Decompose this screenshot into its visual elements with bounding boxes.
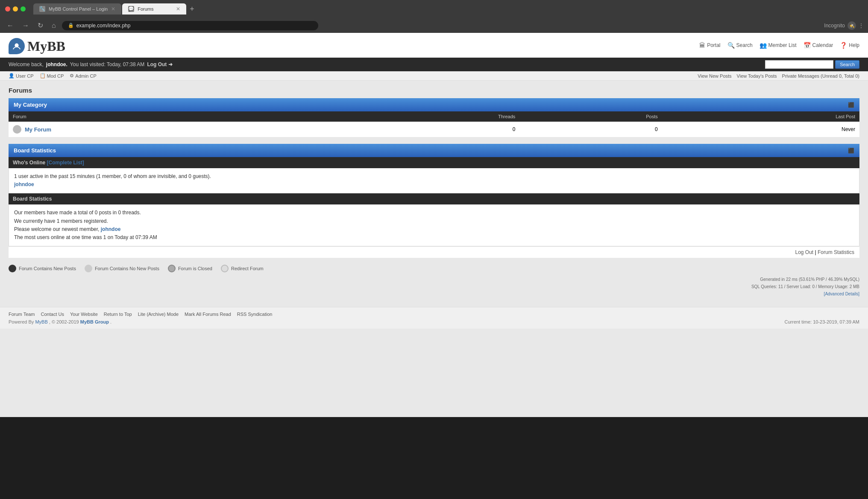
tab-label: MyBB Control Panel – Login — [49, 6, 108, 12]
current-time-label: Current time: — [785, 319, 812, 324]
gen-info-line1: Generated in 22 ms (53.61% PHP / 46.39% … — [9, 276, 859, 283]
sub-nav-modcp-label: Mod CP — [47, 73, 64, 79]
forum-link-myforum[interactable]: My Forum — [25, 126, 51, 133]
view-new-posts-link[interactable]: View New Posts — [698, 73, 731, 79]
footer-your-website[interactable]: Your Website — [70, 312, 98, 317]
tab-forums[interactable]: 💬 Forums ✕ — [122, 3, 186, 15]
welcome-text: Welcome back, johndoe. You last visited:… — [9, 61, 173, 67]
nav-calendar[interactable]: 📅 Calendar — [803, 42, 833, 49]
sub-nav-modcp[interactable]: 📋 Mod CP — [40, 73, 64, 79]
logout-link[interactable]: Log Out ➜ — [147, 61, 173, 67]
header-search-button[interactable]: Search — [835, 60, 859, 69]
nav-portal[interactable]: 🏛 Portal — [699, 42, 720, 49]
nav-memberlist[interactable]: 👥 Member List — [760, 42, 797, 49]
sub-nav-left: 👤 User CP 📋 Mod CP ⚙ Admin CP — [9, 73, 97, 79]
stats-line-1: Our members have made a total of 0 posts… — [14, 209, 854, 217]
tab-control-panel[interactable]: 🔧 MyBB Control Panel – Login ✕ — [33, 3, 121, 15]
board-stats-title: Board Statistics — [14, 147, 56, 154]
maximize-button[interactable] — [21, 6, 26, 12]
incognito-label: Incognito — [824, 23, 845, 29]
stats-line-2: We currently have 1 members registered. — [14, 217, 854, 225]
table-header-row: Forum Threads Posts Last Post — [9, 111, 859, 122]
col-posts: Posts — [519, 111, 662, 122]
online-user-johndoe-link[interactable]: johndoe — [14, 181, 34, 187]
forward-button[interactable]: → — [20, 21, 32, 30]
nav-help[interactable]: ❓ Help — [840, 42, 859, 49]
tab-close-icon[interactable]: ✕ — [111, 6, 115, 12]
current-time-value: 10-23-2019, 07:39 AM — [813, 319, 859, 324]
gen-info: Generated in 22 ms (53.61% PHP / 46.39% … — [9, 276, 859, 298]
sub-nav-usercp[interactable]: 👤 User CP — [9, 73, 34, 79]
advanced-details-link[interactable]: [Advanced Details] — [824, 292, 859, 296]
back-button[interactable]: ← — [4, 21, 16, 30]
sub-nav-admincp[interactable]: ⚙ Admin CP — [70, 73, 97, 79]
footer-contact-us[interactable]: Contact Us — [41, 312, 64, 317]
group-suffix: . — [110, 319, 111, 324]
header-search-input[interactable] — [765, 60, 833, 69]
logo-icon — [9, 38, 25, 54]
nav-search[interactable]: 🔍 Search — [727, 42, 753, 49]
menu-icon[interactable]: ⋮ — [859, 23, 864, 29]
search-box-area: Search — [765, 60, 859, 69]
usercp-icon: 👤 — [9, 73, 15, 79]
search-icon: 🔍 — [727, 42, 735, 49]
footer-logout-link[interactable]: Log Out — [795, 249, 813, 255]
logo-area: MyBB — [9, 38, 65, 54]
whos-online-content: 1 user active in the past 15 minutes (1 … — [9, 168, 859, 193]
modcp-icon: 📋 — [40, 73, 46, 79]
browser-window: 🔧 MyBB Control Panel – Login ✕ 💬 Forums … — [0, 0, 868, 33]
forum-row-name: My Forum — [13, 125, 334, 134]
close-button[interactable] — [5, 6, 10, 12]
main-content: Forums My Category ⬛ Forum Threads Posts… — [0, 81, 868, 307]
board-stats-collapse-icon[interactable]: ⬛ — [848, 148, 854, 154]
mybb-group-link[interactable]: MyBB Group — [80, 319, 109, 324]
help-icon: ❓ — [840, 42, 847, 49]
section-collapse-icon[interactable]: ⬛ — [848, 102, 854, 108]
forums-table: Forum Threads Posts Last Post My Forum — [9, 111, 859, 137]
tab-close-active-icon[interactable]: ✕ — [176, 6, 180, 12]
nav-portal-label: Portal — [707, 42, 720, 48]
whos-online-label: Who's Online — [13, 160, 45, 166]
footer-current-time: Current time: 10-23-2019, 07:39 AM — [785, 319, 860, 324]
legend-closed: Forum is Closed — [168, 265, 212, 272]
legend-new-posts-label: Forum Contains New Posts — [19, 266, 76, 271]
footer-rss[interactable]: RSS Syndication — [237, 312, 273, 317]
no-new-posts-icon — [85, 265, 92, 272]
minimize-button[interactable] — [13, 6, 18, 12]
home-button[interactable]: ⌂ — [49, 21, 59, 30]
nav-help-label: Help — [849, 42, 859, 48]
legend-no-new-posts-label: Forum Contains No New Posts — [95, 266, 159, 271]
security-icon: 🔒 — [68, 23, 74, 28]
footer-bottom: Powered By MyBB , © 2002-2019 MyBB Group… — [9, 319, 859, 324]
gen-info-line2: SQL Queries: 11 / Server Load: 0 / Memor… — [9, 283, 859, 290]
newest-member-link[interactable]: johndoe — [101, 226, 121, 232]
address-bar[interactable]: 🔒 example.com/index.php — [62, 21, 318, 30]
mybb-link[interactable]: MyBB — [35, 319, 47, 324]
browser-titlebar: 🔧 MyBB Control Panel – Login ✕ 💬 Forums … — [0, 0, 868, 18]
forum-legend: Forum Contains New Posts Forum Contains … — [9, 265, 859, 272]
board-statistics-section: Board Statistics ⬛ Who's Online [Complet… — [9, 144, 859, 258]
my-category-header: My Category ⬛ — [9, 98, 859, 111]
browser-tabs: 🔧 MyBB Control Panel – Login ✕ 💬 Forums … — [33, 3, 863, 15]
new-tab-button[interactable]: + — [187, 3, 197, 15]
forum-threads-cell: 0 — [339, 122, 520, 137]
footer-mark-read[interactable]: Mark All Forums Read — [185, 312, 231, 317]
admincp-icon: ⚙ — [70, 73, 74, 79]
legend-redirect: Redirect Forum — [221, 265, 264, 272]
footer-stats-link[interactable]: Forum Statistics — [818, 249, 854, 255]
reload-button[interactable]: ↻ — [35, 20, 46, 30]
view-todays-posts-link[interactable]: View Today's Posts — [737, 73, 777, 79]
whos-online-header: Who's Online [Complete List] — [9, 157, 859, 168]
sub-nav-right: View New Posts View Today's Posts Privat… — [698, 73, 859, 79]
footer-lite-mode[interactable]: Lite (Archive) Mode — [138, 312, 179, 317]
online-users: johndoe — [14, 181, 854, 189]
calendar-icon: 📅 — [803, 42, 811, 49]
complete-list-link[interactable]: [Complete List] — [47, 160, 84, 166]
nav-memberlist-label: Member List — [768, 42, 797, 48]
sub-nav-usercp-label: User CP — [16, 73, 34, 79]
footer-return-to-top[interactable]: Return to Top — [104, 312, 132, 317]
welcome-last-visit: You last visited: Today, 07:38 AM — [70, 61, 145, 67]
footer-forum-team[interactable]: Forum Team — [9, 312, 35, 317]
welcome-username: johndoe. — [46, 61, 67, 67]
private-messages-link[interactable]: Private Messages (Unread 0, Total 0) — [782, 73, 859, 79]
